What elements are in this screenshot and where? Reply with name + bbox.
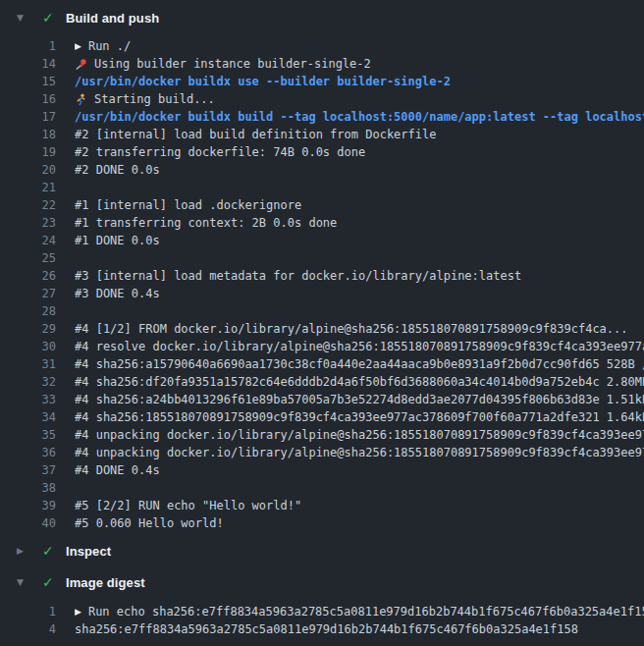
line-number[interactable]: 38 [0, 479, 56, 497]
log-line: 1▶Run ./ [0, 37, 644, 55]
log-text: sha256:e7ff8834a5963a2785c5a0811e979d16b… [75, 620, 578, 638]
log-line: 1▶Run echo sha256:e7ff8834a5963a2785c5a0… [0, 603, 644, 620]
runner-icon [75, 93, 87, 106]
section-lines-image-digest: 1▶Run echo sha256:e7ff8834a5963a2785c5a0… [0, 603, 644, 638]
line-number[interactable]: 39 [0, 497, 56, 514]
line-number[interactable]: 37 [0, 461, 56, 479]
line-number[interactable]: 22 [0, 196, 56, 214]
log-text: #2 [internal] load build definition from… [75, 126, 436, 143]
log-line: 20#2 DONE 0.0s [0, 161, 644, 179]
line-number[interactable]: 27 [0, 285, 56, 302]
line-number[interactable]: 26 [0, 267, 56, 285]
line-number[interactable]: 14 [0, 55, 56, 73]
check-success-icon: ✓ [42, 574, 56, 590]
line-number[interactable]: 16 [0, 90, 56, 108]
line-number[interactable]: 28 [0, 302, 56, 320]
line-number[interactable]: 17 [0, 108, 56, 126]
log-text: #2 transferring dockerfile: 74B 0.0s don… [75, 143, 365, 161]
chevron-down-icon: ▼ [17, 13, 28, 23]
log-text: #4 sha256:a24bb4013296f61e89ba57005a7b3e… [75, 391, 644, 408]
line-number[interactable]: 33 [0, 391, 56, 408]
log-line: 23#1 transferring context: 2B 0.0s done [0, 214, 644, 232]
line-number[interactable]: 34 [0, 408, 56, 426]
log-text: #4 sha256:185518070891758909c9f839cf4ca3… [75, 408, 644, 426]
log-text: #4 sha256:df20fa9351a15782c64e6dddb2d4a6… [75, 373, 644, 391]
section-title-inspect: Inspect [66, 544, 111, 559]
line-number[interactable]: 19 [0, 143, 56, 161]
section-header-build-and-push[interactable]: ▼ ✓ Build and push [0, 5, 644, 30]
chevron-down-icon: ▼ [17, 577, 28, 587]
pushpin-icon [75, 58, 87, 71]
line-number[interactable]: 1 [0, 37, 56, 55]
log-text: #3 [internal] load metadata for docker.i… [75, 267, 521, 285]
log-line: 27#3 DONE 0.4s [0, 285, 644, 302]
line-number[interactable]: 20 [0, 161, 56, 179]
log-line: 18#2 [internal] load build definition fr… [0, 126, 644, 143]
log-line: 31#4 sha256:a15790640a6690aa1730c38cf0a4… [0, 355, 644, 373]
log-text: #4 sha256:a15790640a6690aa1730c38cf0a440… [75, 355, 644, 373]
line-number[interactable]: 21 [0, 179, 56, 196]
line-number[interactable]: 25 [0, 249, 56, 267]
section-title-build-and-push: Build and push [66, 11, 159, 26]
log-line: 37#4 DONE 0.4s [0, 461, 644, 479]
log-text: Starting build... [75, 90, 215, 108]
log-text: #1 transferring context: 2B 0.0s done [75, 214, 337, 232]
log-text: Using builder instance builder-single-2 [75, 55, 371, 73]
run-group-toggle-icon[interactable]: ▶ [75, 37, 81, 55]
line-number[interactable]: 1 [0, 603, 56, 620]
log-line: 36#4 unpacking docker.io/library/alpine@… [0, 444, 644, 461]
log-line: 16Starting build... [0, 90, 644, 108]
log-line: 30#4 resolve docker.io/library/alpine@sh… [0, 338, 644, 355]
log-text: #3 DONE 0.4s [75, 285, 160, 302]
log-command-text: /usr/bin/docker buildx build --tag local… [75, 108, 644, 126]
line-number[interactable]: 29 [0, 320, 56, 338]
workflow-job-log: ▼ ✓ Build and push 1▶Run ./14Using build… [0, 0, 644, 646]
log-line: 32#4 sha256:df20fa9351a15782c64e6dddb2d4… [0, 373, 644, 391]
section-lines-build-and-push: 1▶Run ./14Using builder instance builder… [0, 37, 644, 532]
line-number[interactable]: 24 [0, 232, 56, 249]
line-number[interactable]: 31 [0, 355, 56, 373]
log-line: 17/usr/bin/docker buildx build --tag loc… [0, 108, 644, 126]
line-number[interactable]: 36 [0, 444, 56, 461]
log-line: 28 [0, 302, 644, 320]
line-number[interactable]: 32 [0, 373, 56, 391]
log-text: #5 [2/2] RUN echo "Hello world!" [75, 497, 301, 514]
log-line: 15/usr/bin/docker buildx use --builder b… [0, 73, 644, 90]
log-line: 29#4 [1/2] FROM docker.io/library/alpine… [0, 320, 644, 338]
log-line: 38 [0, 479, 644, 497]
section-title-image-digest: Image digest [66, 575, 145, 590]
log-text: #5 0.060 Hello world! [75, 514, 224, 532]
log-text: #4 unpacking docker.io/library/alpine@sh… [75, 444, 644, 461]
log-line: 4sha256:e7ff8834a5963a2785c5a0811e979d16… [0, 620, 644, 638]
line-number[interactable]: 35 [0, 426, 56, 444]
line-number[interactable]: 15 [0, 73, 56, 90]
check-success-icon: ✓ [42, 10, 56, 26]
log-line: 21 [0, 179, 644, 196]
log-line: 24#1 DONE 0.0s [0, 232, 644, 249]
log-text: #1 DONE 0.0s [75, 232, 160, 249]
section-header-inspect[interactable]: ▶ ✓ Inspect [0, 538, 644, 564]
run-group-toggle-icon[interactable]: ▶ [75, 603, 81, 620]
log-text: ▶Run echo sha256:e7ff8834a5963a2785c5a08… [75, 603, 644, 620]
line-number[interactable]: 30 [0, 338, 56, 355]
log-text: #4 unpacking docker.io/library/alpine@sh… [75, 426, 644, 444]
log-text: #4 DONE 0.4s [75, 461, 160, 479]
log-line: 25 [0, 249, 644, 267]
log-text: #4 resolve docker.io/library/alpine@sha2… [75, 338, 644, 355]
line-number[interactable]: 18 [0, 126, 56, 143]
log-text: #1 [internal] load .dockerignore [75, 196, 301, 214]
log-line: 14Using builder instance builder-single-… [0, 55, 644, 73]
log-line: 19#2 transferring dockerfile: 74B 0.0s d… [0, 143, 644, 161]
line-number[interactable]: 40 [0, 514, 56, 532]
log-line: 33#4 sha256:a24bb4013296f61e89ba57005a7b… [0, 391, 644, 408]
log-text: ▶Run ./ [75, 37, 131, 55]
log-line: 34#4 sha256:185518070891758909c9f839cf4c… [0, 408, 644, 426]
section-header-image-digest[interactable]: ▼ ✓ Image digest [0, 569, 644, 595]
log-line: 39#5 [2/2] RUN echo "Hello world!" [0, 497, 644, 514]
line-number[interactable]: 4 [0, 620, 56, 638]
log-line: 35#4 unpacking docker.io/library/alpine@… [0, 426, 644, 444]
chevron-right-icon: ▶ [17, 546, 28, 556]
log-text: #2 DONE 0.0s [75, 161, 160, 179]
line-number[interactable]: 23 [0, 214, 56, 232]
log-line: 40#5 0.060 Hello world! [0, 514, 644, 532]
